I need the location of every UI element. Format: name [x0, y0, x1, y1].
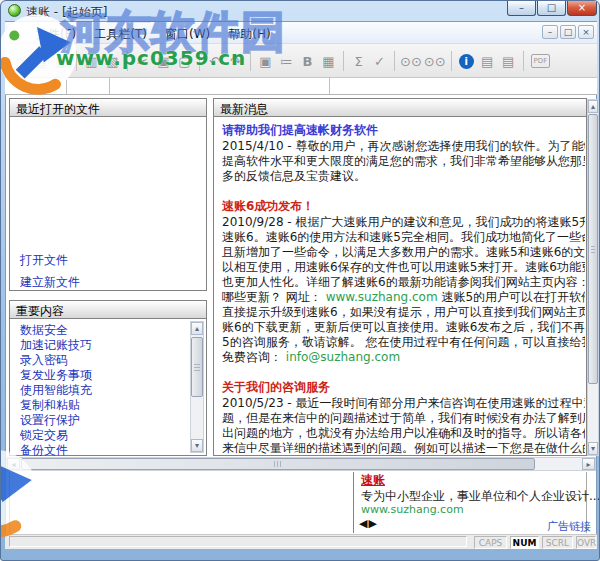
- formula-bar-divider: [329, 78, 330, 94]
- app-icon: [8, 4, 21, 17]
- menu-item-1[interactable]: 工具栏(T): [85, 24, 156, 42]
- scroll-thumb[interactable]: [588, 114, 598, 384]
- news-headline[interactable]: 请帮助我们提高速帐财务软件: [222, 123, 585, 138]
- news-section-2: 关于我们的咨询服务2010/5/23 - 最近一段时间有部分用户来信咨询在使用速…: [222, 380, 585, 454]
- menu-item-2[interactable]: 窗口(W): [156, 24, 219, 42]
- ad-title-link[interactable]: 速账: [361, 472, 385, 489]
- news-paragraph: 2015/4/10 - 尊敬的用户，再次感谢您选择使用我们的软件。为了能够更好的…: [222, 139, 585, 184]
- toolbar-separator: [343, 51, 344, 71]
- toolbar-separator: [76, 51, 77, 71]
- scroll-down-arrow-icon[interactable]: ▾: [588, 442, 598, 455]
- ad-url-link[interactable]: www.suzhang.com: [361, 503, 464, 516]
- news-paragraph: 2010/5/23 - 最近一段时间有部分用户来信咨询在使用速账的过程中遇到的问…: [222, 396, 585, 454]
- minimize-button[interactable]: –: [507, 1, 536, 16]
- scroll-left-arrow-icon[interactable]: ◂: [7, 458, 20, 470]
- title-bar: 速账 - [起始页] – □ ×: [1, 1, 600, 21]
- paste-icon[interactable]: ▢: [175, 52, 194, 71]
- news-section-1: 速账6成功发布！2010/9/28 - 根据广大速账用户的建议和意见，我们成功的…: [222, 199, 585, 365]
- news-green-link[interactable]: info@suzhang.com: [286, 350, 400, 364]
- ad-nav-arrows[interactable]: ◀▶: [359, 517, 378, 530]
- important-scrollbar[interactable]: ▴ ▾: [190, 321, 204, 453]
- maximize-button[interactable]: □: [537, 1, 566, 16]
- borders-icon[interactable]: ▦: [319, 52, 338, 71]
- formula-bar[interactable]: [5, 78, 597, 95]
- save-icon[interactable]: ▦: [52, 52, 71, 71]
- status-indicator-num: NUM: [510, 536, 539, 549]
- cut-icon[interactable]: ✂: [133, 52, 152, 71]
- important-link-5[interactable]: 复制和粘贴: [20, 398, 92, 413]
- scroll-up-arrow-icon[interactable]: ▴: [588, 100, 598, 113]
- news-section-0: 请帮助我们提高速帐财务软件2015/4/10 - 尊敬的用户，再次感谢您选择使用…: [222, 123, 585, 184]
- vertical-scrollbar[interactable]: ▴ ▾: [587, 99, 599, 456]
- toolbar-separator: [127, 51, 128, 71]
- news-headline[interactable]: 速账6成功发布！: [222, 199, 585, 214]
- recent-link-0[interactable]: 打开文件: [20, 249, 80, 271]
- open-file-icon[interactable]: ▤: [31, 52, 50, 71]
- find-icon[interactable]: ⊙⊙: [400, 52, 422, 71]
- status-indicator-scrl: SCRL: [542, 536, 573, 549]
- recent-files-panel: 最近打开的文件 打开文件建立新文件: [9, 98, 207, 291]
- print-all-icon[interactable]: ▤: [499, 52, 518, 71]
- news-green-link[interactable]: www.suzhang.com: [326, 290, 438, 304]
- copy-icon[interactable]: ▣: [154, 52, 173, 71]
- window-title: 速账 - [起始页]: [26, 4, 107, 21]
- status-indicator-ovr: OVR: [576, 536, 596, 549]
- important-link-1[interactable]: 加速记账技巧: [20, 338, 92, 353]
- close-button[interactable]: ×: [567, 1, 597, 16]
- print-report-icon[interactable]: ▤: [478, 52, 497, 71]
- important-content-panel: 重要内容 数据安全加速记账技巧录入密码复发业务事项使用智能填充复制和粘贴设置行保…: [9, 300, 207, 456]
- info-icon[interactable]: i: [459, 54, 474, 69]
- pdf-export-icon[interactable]: PDF: [531, 54, 551, 68]
- important-content-links: 数据安全加速记账技巧录入密码复发业务事项使用智能填充复制和粘贴设置行保护锁定交易…: [20, 323, 92, 458]
- recent-files-links: 打开文件建立新文件: [20, 249, 80, 293]
- important-link-7[interactable]: 锁定交易: [20, 428, 92, 443]
- check-icon[interactable]: ✓: [370, 52, 389, 71]
- scroll-thumb[interactable]: [191, 337, 203, 397]
- print-preview-icon[interactable]: ▧: [103, 52, 122, 71]
- formula-bar-divider: [109, 78, 110, 94]
- mdi-window-buttons: – □ ×: [542, 25, 594, 39]
- redo-icon[interactable]: ↷: [226, 52, 245, 71]
- scroll-thumb[interactable]: [21, 458, 535, 470]
- important-link-0[interactable]: 数据安全: [20, 323, 92, 338]
- new-file-icon[interactable]: ▯: [10, 52, 29, 71]
- menu-items: 文件(F)工具栏(T)窗口(W)帮助(H): [27, 24, 280, 42]
- important-link-6[interactable]: 设置行保护: [20, 413, 92, 428]
- recent-link-1[interactable]: 建立新文件: [20, 271, 80, 293]
- undo-icon[interactable]: ↶: [205, 52, 224, 71]
- scroll-down-arrow-icon[interactable]: ▾: [191, 439, 203, 452]
- menu-item-3[interactable]: 帮助(H): [219, 24, 279, 42]
- ad-label-link[interactable]: 广告链接: [547, 519, 591, 534]
- news-body: 请帮助我们提高速帐财务软件2015/4/10 - 尊敬的用户，再次感谢您选择使用…: [215, 118, 585, 454]
- toolbar-separator: [523, 51, 524, 71]
- important-link-8[interactable]: 备份文件: [20, 443, 92, 458]
- status-message-box: [9, 536, 467, 547]
- scroll-up-arrow-icon[interactable]: ▴: [191, 322, 203, 335]
- important-content-header: 重要内容: [10, 301, 206, 319]
- news-headline[interactable]: 关于我们的咨询服务: [222, 380, 585, 395]
- important-link-2[interactable]: 录入密码: [20, 353, 92, 368]
- merge-cells-icon[interactable]: ▣: [256, 52, 275, 71]
- toolbar-separator: [250, 51, 251, 71]
- toolbar-separator: [199, 51, 200, 71]
- menu-item-0[interactable]: 文件(F): [27, 24, 85, 42]
- bold-icon[interactable]: B: [298, 52, 317, 71]
- news-header: 最新消息: [214, 99, 586, 117]
- mdi-close-button[interactable]: ×: [578, 25, 594, 39]
- toolbar-separator: [394, 51, 395, 71]
- sum-icon[interactable]: Σ: [349, 52, 368, 71]
- news-content: 请帮助我们提高速帐财务软件2015/4/10 - 尊敬的用户，再次感谢您选择使用…: [215, 118, 585, 454]
- align-icon[interactable]: ≔: [277, 52, 296, 71]
- important-link-4[interactable]: 使用智能填充: [20, 383, 92, 398]
- toolbar-separator: [451, 51, 452, 71]
- print-icon[interactable]: ▥: [82, 52, 101, 71]
- mdi-minimize-button[interactable]: –: [542, 25, 558, 39]
- mdi-restore-button[interactable]: □: [560, 25, 576, 39]
- app-window: 速账 - [起始页] – □ × 文件(F)工具栏(T)窗口(W)帮助(H) –…: [0, 0, 600, 561]
- formula-bar-divider: [66, 78, 67, 94]
- important-link-3[interactable]: 复发业务事项: [20, 368, 92, 383]
- toolbar-icons: ▯▤▦▥▧✂▣▢↶↷▣≔B▦Σ✓⊙⊙⊙⊙i▤▤PDF: [9, 50, 551, 72]
- scroll-right-arrow-icon[interactable]: ▸: [582, 458, 595, 470]
- find-next-icon[interactable]: ⊙⊙: [424, 52, 446, 71]
- horizontal-scrollbar[interactable]: ◂ ▸: [6, 457, 596, 471]
